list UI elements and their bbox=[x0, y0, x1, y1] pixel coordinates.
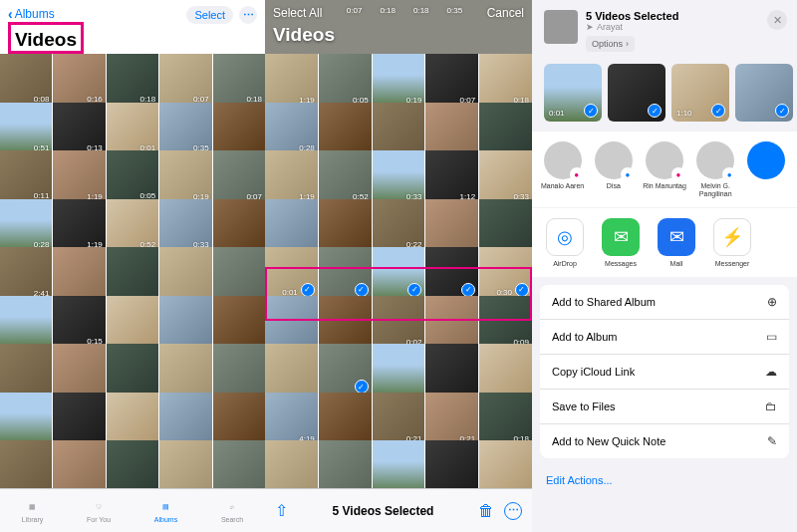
video-thumb[interactable] bbox=[53, 344, 105, 396]
share-button[interactable]: ⇧ bbox=[275, 501, 288, 520]
video-thumb[interactable] bbox=[213, 199, 265, 251]
video-thumb[interactable]: 0:18 bbox=[107, 54, 158, 106]
video-thumb[interactable]: 1:19 bbox=[265, 54, 318, 107]
action-row[interactable]: Add to New Quick Note✎ bbox=[540, 424, 789, 458]
video-thumb[interactable]: 0:35 bbox=[159, 103, 211, 154]
video-thumb[interactable] bbox=[213, 393, 265, 444]
video-thumb[interactable] bbox=[53, 393, 105, 444]
contact-item[interactable]: ●Manalo Aaren bbox=[540, 141, 585, 197]
video-thumb[interactable] bbox=[373, 103, 425, 155]
video-thumb[interactable]: 0:52 bbox=[319, 150, 372, 203]
tab-foryou[interactable]: ♡ For You bbox=[87, 499, 111, 523]
video-thumb[interactable] bbox=[425, 440, 478, 488]
video-thumb[interactable]: 0:11 bbox=[0, 150, 52, 202]
app-item[interactable]: ✉Mail bbox=[652, 218, 701, 267]
video-thumb[interactable] bbox=[107, 393, 158, 444]
contact-item[interactable] bbox=[744, 141, 789, 197]
action-row[interactable]: Copy iCloud Link☁ bbox=[540, 355, 789, 390]
action-row[interactable]: Add to Album▭ bbox=[540, 320, 789, 355]
video-thumb[interactable]: 0:18 bbox=[479, 393, 532, 445]
video-thumb[interactable] bbox=[373, 344, 425, 397]
app-item[interactable]: ✉Messages bbox=[596, 218, 646, 267]
close-button[interactable]: ✕ bbox=[767, 10, 787, 30]
video-thumb[interactable] bbox=[425, 296, 478, 349]
video-thumb[interactable]: 0:05 bbox=[319, 54, 372, 107]
video-thumb[interactable] bbox=[159, 440, 211, 488]
contact-item[interactable]: ●Melvin G. Pangilinan bbox=[693, 141, 738, 197]
video-thumb[interactable] bbox=[425, 199, 478, 252]
video-thumb[interactable]: 0:08 bbox=[0, 54, 52, 106]
video-thumb[interactable]: ✓ bbox=[373, 247, 425, 300]
contact-item[interactable]: ●Rin Manuntag bbox=[642, 141, 686, 197]
video-thumb[interactable] bbox=[107, 344, 158, 396]
video-thumb[interactable]: 1:12 bbox=[425, 150, 478, 203]
video-thumb[interactable] bbox=[0, 296, 52, 348]
video-thumb[interactable] bbox=[265, 199, 318, 252]
video-thumb[interactable]: 1:19 bbox=[53, 199, 105, 251]
video-thumb[interactable]: 0:07 bbox=[213, 150, 265, 202]
video-thumb[interactable] bbox=[479, 344, 532, 397]
options-button[interactable]: Options › bbox=[586, 36, 635, 52]
app-item[interactable]: ⚡Messenger bbox=[707, 218, 757, 267]
video-thumb[interactable]: 0:09 bbox=[479, 296, 532, 349]
app-item[interactable]: ◎AirDrop bbox=[540, 218, 590, 267]
trash-button[interactable]: 🗑 bbox=[478, 502, 494, 520]
video-thumb[interactable] bbox=[213, 103, 265, 154]
select-button[interactable]: Select bbox=[186, 6, 233, 24]
video-thumb[interactable] bbox=[53, 247, 105, 299]
video-thumb[interactable] bbox=[213, 247, 265, 299]
video-thumb[interactable]: ✓ bbox=[319, 247, 372, 300]
video-thumb[interactable] bbox=[107, 440, 158, 488]
video-thumb[interactable] bbox=[0, 344, 52, 396]
video-thumb[interactable] bbox=[425, 103, 478, 155]
video-thumb[interactable]: 0:07 bbox=[159, 54, 211, 106]
video-thumb[interactable] bbox=[373, 440, 425, 488]
video-thumb[interactable] bbox=[265, 344, 318, 397]
more-button[interactable]: ⋯ bbox=[239, 6, 257, 24]
video-thumb[interactable]: 0:19 bbox=[373, 54, 425, 107]
video-thumb[interactable]: 1:19 bbox=[265, 150, 318, 203]
video-thumb[interactable] bbox=[479, 103, 532, 155]
video-thumb[interactable] bbox=[53, 440, 105, 488]
selected-thumb[interactable]: 1:10✓ bbox=[671, 64, 729, 122]
video-thumb[interactable]: ✓ bbox=[319, 344, 372, 397]
video-thumb[interactable] bbox=[0, 393, 52, 444]
video-thumb[interactable]: 0:52 bbox=[107, 199, 158, 251]
video-thumb[interactable]: 0:16 bbox=[53, 54, 105, 106]
video-thumb[interactable] bbox=[213, 440, 265, 488]
selected-thumb[interactable]: 0:01✓ bbox=[544, 64, 602, 122]
video-thumb[interactable] bbox=[265, 296, 318, 349]
video-thumb[interactable]: 0:02 bbox=[373, 296, 425, 349]
action-row[interactable]: Save to Files🗀 bbox=[540, 390, 789, 424]
video-thumb[interactable]: 0:05 bbox=[107, 150, 158, 202]
video-thumb[interactable]: 4:19 bbox=[265, 393, 318, 445]
video-thumb[interactable] bbox=[479, 440, 532, 488]
video-thumb[interactable]: 0:33 bbox=[479, 150, 532, 203]
cancel-button[interactable]: Cancel bbox=[487, 6, 524, 20]
video-thumb[interactable]: 0:18 bbox=[479, 54, 532, 107]
contact-item[interactable]: ●Disa bbox=[591, 141, 636, 197]
video-thumb[interactable] bbox=[319, 296, 372, 349]
video-thumb[interactable]: 0:19 bbox=[159, 150, 211, 202]
video-thumb[interactable]: 0:13 bbox=[53, 103, 105, 154]
video-thumb[interactable] bbox=[159, 393, 211, 444]
video-thumb[interactable] bbox=[425, 344, 478, 397]
video-thumb[interactable] bbox=[319, 103, 372, 155]
edit-actions-button[interactable]: Edit Actions... bbox=[532, 466, 797, 494]
video-thumb[interactable] bbox=[159, 247, 211, 299]
video-thumb[interactable] bbox=[159, 344, 211, 396]
video-thumb[interactable] bbox=[265, 440, 318, 488]
tab-library[interactable]: ▦ Library bbox=[22, 499, 43, 523]
video-thumb[interactable]: 0:51 bbox=[0, 103, 52, 154]
video-thumb[interactable] bbox=[213, 344, 265, 396]
video-thumb[interactable] bbox=[319, 440, 372, 488]
select-all-button[interactable]: Select All bbox=[273, 6, 322, 20]
video-thumb[interactable]: 2:41 bbox=[0, 247, 52, 299]
video-thumb[interactable]: 0:15 bbox=[53, 296, 105, 348]
video-thumb[interactable] bbox=[319, 393, 372, 445]
video-thumb[interactable]: 0:22 bbox=[373, 199, 425, 252]
video-thumb[interactable] bbox=[479, 199, 532, 252]
action-row[interactable]: Add to Shared Album⊕ bbox=[540, 285, 789, 320]
video-thumb[interactable]: 0:01✓ bbox=[265, 247, 318, 300]
video-thumb[interactable]: ✓ bbox=[425, 247, 478, 300]
